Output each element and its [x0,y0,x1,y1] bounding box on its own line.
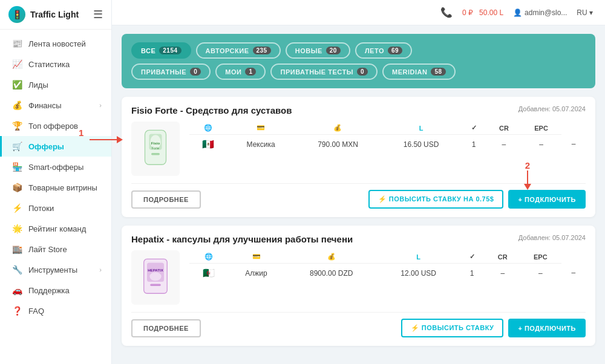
filter-badge: 0 [190,68,201,76]
filter-label: MERIDIAN [392,68,427,76]
svg-text:Forte: Forte [152,146,159,150]
nav-icon-faq: ❓ [11,306,22,316]
filter-label: НОВЫЕ [295,47,322,54]
filter-badge: 2154 [159,47,181,54]
sidebar-item-lite[interactable]: 🏬 Лайт Store [0,239,111,259]
sidebar-item-goods[interactable]: 📦 Товарные витрины [0,177,111,198]
sidebar-item-leads[interactable]: ✅ Лиды [0,74,111,95]
geo-col-header: 🌐 [189,250,228,264]
offer-details: 🌐💳💰L✓CREPC 🇩🇿 Алжир 8900.00 DZD 12.00 US… [189,250,586,282]
sidebar-item-tools[interactable]: 🔧 Инструменты › [0,259,111,280]
nav-label-goods: Товарные витрины [28,183,97,192]
filter-btn-приватные-тесты[interactable]: ПРИВАТНЫЕ ТЕСТЫ0 [270,63,378,80]
hamburger-icon[interactable]: ☰ [93,8,103,21]
payment-col-header: 💳 [227,122,294,135]
geo-col-header: 🌐 [189,122,227,135]
offer-table-body: 🇲🇽 Мексика 790.00 MXN 16.50 USD 1 – – – [189,135,586,154]
svg-text:HEPATIX: HEPATIX [148,268,163,272]
header-icons: 📞 [440,7,453,18]
nav-icon-support: 🚗 [11,285,22,295]
cr-value: – [520,264,561,283]
filter-label: АВТОРСКИЕ [206,47,249,54]
sidebar-nav: 📰 Лента новостей 📈 Статистика ✅ Лиды 💰 Ф… [0,30,111,364]
offer-body: Fisio Forte 🌐💳💰L✓CREPC 🇲🇽 Мексика 790.00… [131,122,586,176]
detail-button[interactable]: ПОДРОБНЕЕ [131,190,201,209]
check-col-header: ✓ [459,250,485,264]
detail-button[interactable]: ПОДРОБНЕЕ [131,319,201,337]
nav-icon-top: 🏆 [11,121,22,131]
sidebar-item-rating[interactable]: 🌟 Рейтинг команд [0,218,111,239]
raise-rate-button[interactable]: ⚡ ПОВЫСИТЬ СТАВКУ [401,319,504,337]
epc-col-header: EPC [520,250,561,264]
cr-col-header: CR [487,122,521,135]
sidebar-item-news[interactable]: 📰 Лента новостей [0,33,111,54]
nav-label-rating: Рейтинг команд [28,224,86,233]
offer-row: 🇩🇿 Алжир 8900.00 DZD 12.00 USD 1 – – – [189,264,586,283]
sidebar-item-flows[interactable]: ⚡ Потоки [0,198,111,218]
offer-row: 🇲🇽 Мексика 790.00 MXN 16.50 USD 1 – – – [189,135,586,154]
country-flag: 🇲🇽 [189,135,227,154]
nav-icon-finance: 💰 [11,100,22,110]
filter-label: МОИ [225,68,241,76]
nav-icon-goods: 📦 [11,183,22,192]
svg-rect-5 [151,153,160,155]
cr-col-header: CR [485,250,520,264]
offer-table-head: 🌐💳💰L✓CREPC [189,122,586,135]
balance-rub: 0 ₽ [462,8,473,17]
user-icon: 👤 [513,8,522,17]
connect-button[interactable]: + ПОДКЛЮЧИТЬ [508,319,586,337]
filter-badge: 58 [431,68,445,76]
nav-label-faq: FAQ [28,307,44,316]
offer-actions: ПОДРОБНЕЕ ⚡ ПОВЫСИТЬ СТАВКУ + ПОДКЛЮЧИТЬ [131,312,586,337]
offer-header: Fisio Forte - Средство для суставов Доба… [131,105,586,115]
nav-icon-news: 📰 [11,39,22,48]
offer-table: 🌐💳💰L✓CREPC 🇲🇽 Мексика 790.00 MXN 16.50 U… [189,122,586,154]
price-local: 790.00 MXN [294,135,382,154]
payment-col-header: 💳 [228,250,284,264]
filter-btn-новые[interactable]: НОВЫЕ20 [286,42,350,59]
price-local: 8900.00 DZD [284,264,378,283]
sidebar-item-support[interactable]: 🚗 Поддержка [0,280,111,301]
filter-btn-авторские[interactable]: АВТОРСКИЕ235 [196,42,281,59]
cr-value: – [521,135,562,154]
offer-table-body: 🇩🇿 Алжир 8900.00 DZD 12.00 USD 1 – – – [189,264,586,283]
filter-badge: 235 [253,47,271,54]
language-selector[interactable]: RU ▾ [577,8,593,17]
filter-row: ВСЕ2154АВТОРСКИЕ235НОВЫЕ20ЛЕТО69 [131,42,586,59]
nav-label-lite: Лайт Store [28,245,67,254]
filter-btn-мои[interactable]: МОИ1 [215,63,266,80]
sidebar-item-faq[interactable]: ❓ FAQ [0,301,111,321]
offer-image: HEPATIX [131,250,180,305]
filter-btn-приватные[interactable]: ПРИВАТНЫЕ0 [131,63,211,80]
offer-date: Добавлен: 05.07.2024 [518,105,586,112]
l-col-header: L [382,122,461,135]
sidebar-item-finance[interactable]: 💰 Финансы › [0,95,111,115]
nav-icon-tools: 🔧 [11,265,22,275]
filter-btn-meridian[interactable]: MERIDIAN58 [382,63,456,80]
filter-badge: 1 [245,68,256,76]
offer-body: HEPATIX 🌐💳💰L✓CREPC 🇩🇿 Алжир 8900.00 DZD … [131,250,586,305]
filter-btn-все[interactable]: ВСЕ2154 [131,42,191,59]
check-value: – [485,264,520,283]
app-name: Traffic Light [30,10,79,19]
svg-point-9 [149,272,161,281]
sidebar-item-offers[interactable]: 🛒 Офферы [0,136,111,157]
raise-rate-button[interactable]: ⚡ ПОВЫСИТЬ СТАВКУ НА 0.75$ [368,190,504,209]
balance-l: 50.00 L [479,8,503,17]
filter-label: ВСЕ [141,47,155,54]
sidebar-item-stats[interactable]: 📈 Статистика [0,54,111,74]
nav-label-leads: Лиды [28,80,48,89]
app-logo-icon: 🚦 [8,6,25,23]
nav-label-top: Топ офферов [28,122,78,131]
connect-button[interactable]: + ПОДКЛЮЧИТЬ [508,190,586,209]
filter-btn-лето[interactable]: ЛЕТО69 [355,42,412,59]
action-buttons: ⚡ ПОВЫСИТЬ СТАВКУ НА 0.75$ + ПОДКЛЮЧИТЬ [368,190,586,209]
filter-badge: 69 [388,47,402,54]
nav-label-smart: Smart-офферы [28,163,83,172]
nav-icon-flows: ⚡ [11,203,22,213]
phone-icon[interactable]: 📞 [440,7,453,18]
nav-icon-offers: 🛒 [11,141,22,151]
filter-label: ПРИВАТНЫЕ ТЕСТЫ [280,68,353,76]
sidebar-item-top[interactable]: 🏆 Топ офферов [0,115,111,136]
sidebar-item-smart[interactable]: 🏪 Smart-офферы [0,157,111,177]
